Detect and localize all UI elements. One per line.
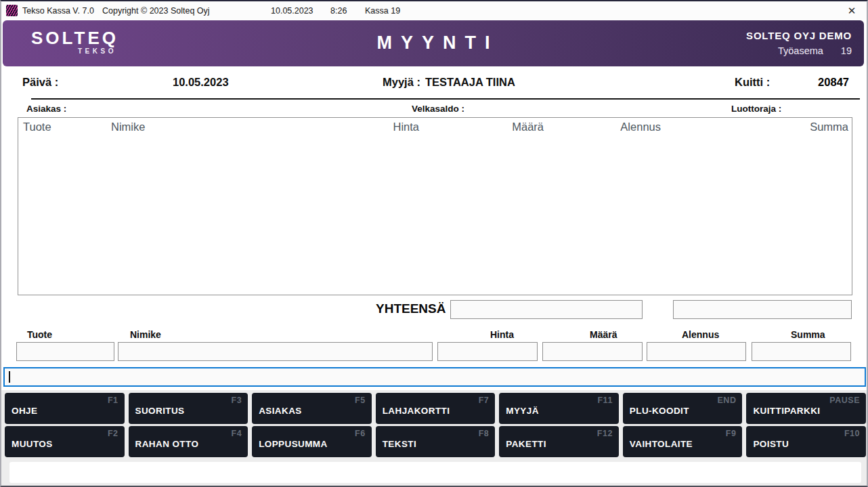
maara-input[interactable] — [542, 342, 643, 361]
myyja-label: MYYJÄ — [506, 406, 539, 416]
page-header: SOLTEQ TEKSO MYYNTI SOLTEQ OYJ DEMO Työa… — [3, 20, 864, 66]
poistu-button[interactable]: F10 POISTU — [746, 426, 866, 457]
function-key-row-2: F2 MUUTOS F4 RAHAN OTTO F6 LOPPUSUMMA F8… — [5, 426, 866, 457]
grid-header-maara: Määrä — [479, 121, 544, 133]
app-window: Tekso Kassa V. 7.0 Copyright © 2023 Solt… — [0, 0, 868, 487]
entry-label-alennus: Alennus — [682, 329, 719, 340]
seller-value: TESTAAJA TIINA — [425, 76, 515, 88]
paketti-label: PAKETTI — [506, 439, 546, 449]
titlebar: Tekso Kassa V. 7.0 Copyright © 2023 Solt… — [1, 1, 867, 20]
muutos-key-hint: F2 — [108, 429, 118, 438]
poistu-label: POISTU — [753, 439, 789, 449]
rahan-otto-button[interactable]: F4 RAHAN OTTO — [129, 426, 248, 457]
kuittiparkki-label: KUITTIPARKKI — [753, 406, 820, 416]
total-label: YHTEENSÄ — [376, 301, 446, 316]
lahjakortti-label: LAHJAKORTTI — [383, 406, 450, 416]
ohje-button[interactable]: F1 OHJE — [5, 393, 125, 424]
summa-input[interactable] — [752, 342, 851, 361]
rahan-otto-key-hint: F4 — [232, 429, 242, 438]
date-value: 10.05.2023 — [173, 76, 229, 89]
seller-line: Myyjä :TESTAAJA TIINA — [383, 76, 515, 89]
grid-header-alennus: Alennus — [597, 121, 661, 133]
plu-koodit-button[interactable]: END PLU-KOODIT — [623, 393, 743, 424]
tuote-input[interactable] — [16, 342, 114, 361]
plu-koodit-key-hint: END — [718, 396, 737, 405]
poistu-key-hint: F10 — [844, 429, 860, 438]
loppusumma-button[interactable]: F6 LOPPUSUMMA — [252, 426, 372, 457]
receipt-number: 20847 — [818, 76, 849, 89]
kuittiparkki-key-hint: PAUSE — [829, 396, 860, 405]
seller-label: Myyjä : — [383, 76, 420, 88]
suoritus-label: SUORITUS — [135, 406, 185, 416]
header-divider — [31, 98, 860, 100]
nimike-input[interactable] — [118, 342, 433, 361]
ohje-label: OHJE — [12, 406, 37, 416]
alennus-input[interactable] — [647, 342, 746, 361]
vaihtolaite-key-hint: F9 — [726, 429, 737, 438]
lahjakortti-button[interactable]: F7 LAHJAKORTTI — [376, 393, 496, 424]
grid-header-summa: Summa — [787, 121, 848, 133]
screen-title: MYYNTI — [368, 33, 498, 54]
credit-label: Luottoraja : — [731, 104, 781, 114]
entry-label-nimike: Nimike — [130, 329, 161, 340]
command-input[interactable] — [3, 367, 866, 387]
lahjakortti-key-hint: F7 — [479, 396, 490, 405]
rahan-otto-label: RAHAN OTTO — [135, 439, 199, 449]
bottom-status-bar — [9, 462, 861, 483]
hinta-input[interactable] — [437, 342, 538, 361]
plu-koodit-label: PLU-KOODIT — [630, 406, 689, 416]
vaihtolaite-label: VAIHTOLAITE — [630, 439, 693, 449]
logo-secondary-text: TEKSO — [31, 47, 118, 55]
asiakas-key-hint: F5 — [355, 396, 366, 405]
asiakas-label: ASIAKAS — [259, 406, 302, 416]
suoritus-button[interactable]: F3 SUORITUS — [129, 393, 248, 424]
function-key-row-1: F1 OHJE F3 SUORITUS F5 ASIAKAS F7 LAHJAK… — [5, 393, 866, 424]
copyright-text: Copyright © 2023 Solteq Oyj — [102, 6, 210, 16]
entry-label-summa: Summa — [791, 329, 825, 340]
teksti-label: TEKSTI — [383, 439, 416, 449]
sales-grid[interactable]: Tuote Nimike Hinta Määrä Alennus Summa — [18, 117, 852, 295]
kuittiparkki-button[interactable]: PAUSE KUITTIPARKKI — [746, 393, 866, 424]
suoritus-key-hint: F3 — [232, 396, 242, 405]
titlebar-date: 10.05.2023 — [271, 6, 313, 16]
date-label: Päivä : — [22, 76, 58, 89]
debt-label: Velkasaldo : — [412, 104, 464, 114]
entry-label-maara: Määrä — [590, 329, 617, 340]
vaihtolaite-button[interactable]: F9 VAIHTOLAITE — [623, 426, 743, 457]
muutos-label: MUUTOS — [12, 439, 53, 449]
entry-label-hinta: Hinta — [490, 329, 514, 340]
myyja-button[interactable]: F11 MYYJÄ — [499, 393, 619, 424]
teksti-key-hint: F8 — [479, 429, 490, 438]
company-name: SOLTEQ OYJ DEMO — [746, 30, 852, 41]
window-title: Tekso Kassa V. 7.0 — [22, 6, 94, 16]
total-secondary-field — [673, 300, 852, 319]
solteq-logo: SOLTEQ TEKSO — [31, 28, 118, 55]
asiakas-button[interactable]: F5 ASIAKAS — [252, 393, 372, 424]
paketti-button[interactable]: F12 PAKETTI — [499, 426, 619, 457]
text-caret — [9, 371, 10, 383]
loppusumma-label: LOPPUSUMMA — [259, 439, 328, 449]
muutos-button[interactable]: F2 MUUTOS — [5, 426, 125, 457]
ohje-key-hint: F1 — [108, 396, 118, 405]
solteq-waves-icon — [6, 5, 18, 16]
logo-primary-text: SOLTEQ — [31, 28, 118, 47]
workstation-line: Työasema19 — [746, 45, 852, 56]
grid-rows-empty — [18, 137, 852, 295]
total-value-field — [450, 300, 643, 319]
paketti-key-hint: F12 — [597, 429, 613, 438]
loppusumma-key-hint: F6 — [355, 429, 366, 438]
workstation-label: Työasema — [778, 45, 823, 56]
titlebar-time: 8:26 — [330, 6, 347, 16]
teksti-button[interactable]: F8 TEKSTI — [376, 426, 496, 457]
grid-header-tuote: Tuote — [23, 121, 51, 133]
entry-label-tuote: Tuote — [27, 329, 52, 340]
myyja-key-hint: F11 — [597, 396, 612, 405]
workstation-number: 19 — [841, 45, 852, 56]
header-right-block: SOLTEQ OYJ DEMO Työasema19 — [746, 30, 852, 56]
receipt-label: Kuitti : — [735, 76, 770, 89]
grid-header-hinta: Hinta — [350, 121, 419, 133]
grid-header-nimike: Nimike — [111, 121, 145, 133]
titlebar-register: Kassa 19 — [365, 6, 400, 16]
close-icon[interactable]: ✕ — [844, 4, 859, 18]
customer-label: Asiakas : — [26, 104, 66, 114]
